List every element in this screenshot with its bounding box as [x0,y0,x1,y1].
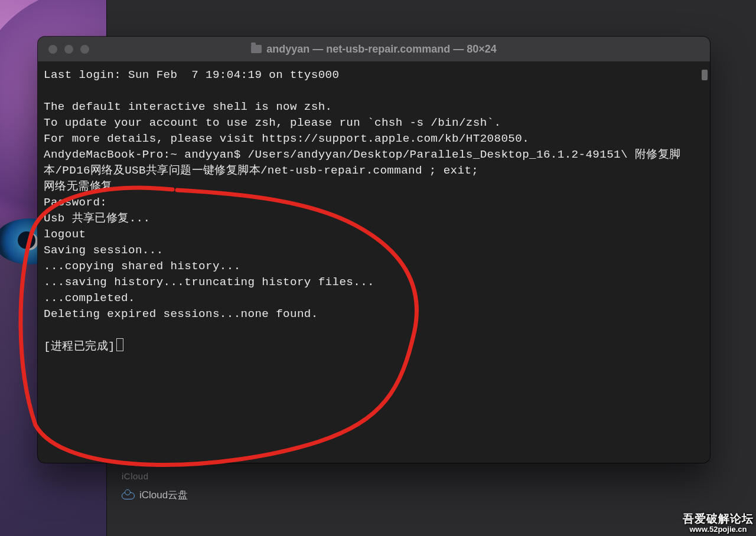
watermark-line2: www.52pojie.cn [683,525,754,534]
titlebar[interactable]: andyyan — net-usb-repair.command — 80×24 [38,37,710,61]
sidebar-item-label: iCloud云盘 [139,488,188,502]
terminal-line: Last login: Sun Feb 7 19:04:19 on ttys00… [44,68,680,353]
minimize-button[interactable] [64,45,73,54]
finder-section-label: iCloud [106,460,224,485]
traffic-lights [38,45,89,54]
watermark-line1: 吾爱破解论坛 [683,513,754,525]
scrollbar-thumb[interactable] [702,70,708,80]
zoom-button[interactable] [80,45,89,54]
cursor-box [116,338,123,351]
terminal-output[interactable]: Last login: Sun Feb 7 19:04:19 on ttys00… [44,67,698,457]
watermark: 吾爱破解论坛 www.52pojie.cn [683,513,754,534]
finder-sidebar: iCloud iCloud云盘 [106,460,224,505]
folder-icon [251,45,262,53]
cloud-icon [122,491,133,499]
window-title: andyyan — net-usb-repair.command — 80×24 [266,43,497,55]
sidebar-item-icloud-drive[interactable]: iCloud云盘 [106,485,224,505]
desktop: iCloud iCloud云盘 andyyan — net-usb-repair… [0,0,756,536]
terminal-window[interactable]: andyyan — net-usb-repair.command — 80×24… [38,37,710,463]
close-button[interactable] [48,45,57,54]
